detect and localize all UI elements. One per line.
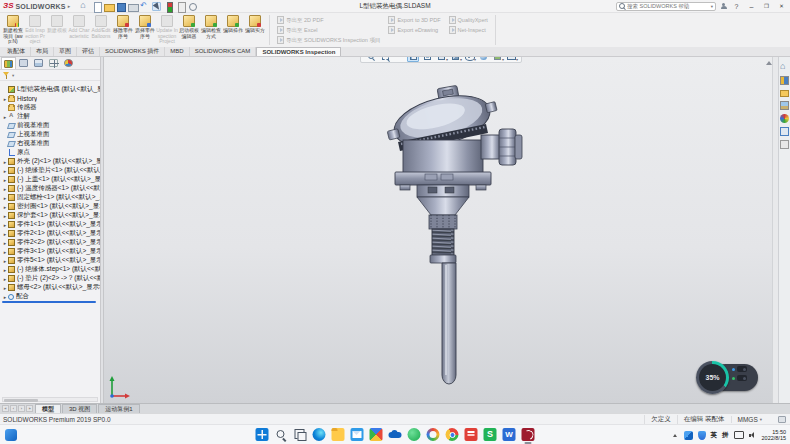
ribbon-button[interactable]: 编辑实方 bbox=[244, 14, 266, 46]
tree-item[interactable]: 零件5<1> (默认<<默认>_显示状态 bbox=[0, 256, 100, 265]
panel-tab[interactable] bbox=[61, 57, 76, 69]
filter-icon[interactable] bbox=[3, 72, 10, 79]
units-selector[interactable]: MMGS ▾ bbox=[731, 416, 769, 423]
ribbon-button[interactable]: 移除零件序号 bbox=[112, 14, 134, 46]
minimize-button[interactable] bbox=[746, 1, 757, 11]
panel-tab[interactable] bbox=[46, 57, 61, 69]
tree-item[interactable]: 固定螺栓<1> (默认<<默认>_显示 bbox=[0, 193, 100, 202]
ribbon-button[interactable]: 编辑操作 bbox=[222, 14, 244, 46]
tree-item[interactable]: 右视基准面 bbox=[0, 139, 100, 148]
taskbar-app-icon[interactable] bbox=[503, 428, 516, 441]
quick-access-icon[interactable] bbox=[80, 2, 89, 11]
tree-item[interactable]: 零件2<1> (默认<<默认>_显示状 bbox=[0, 229, 100, 238]
quick-access-icon[interactable] bbox=[140, 2, 149, 11]
help-button[interactable] bbox=[731, 1, 742, 11]
tree-item[interactable]: (-) 垫片 (2)<2> -> ? (默认<<默认> bbox=[0, 274, 100, 283]
taskbar-app-icon[interactable] bbox=[446, 428, 459, 441]
command-tab[interactable]: 装配体 bbox=[2, 47, 31, 56]
taskbar-app-icon[interactable] bbox=[408, 428, 421, 441]
viewport-scrollbar[interactable] bbox=[772, 57, 778, 403]
graphics-viewport[interactable]: 35% bbox=[104, 57, 778, 403]
login-icon[interactable] bbox=[720, 3, 727, 10]
task-pane-icon[interactable] bbox=[780, 90, 789, 97]
panel-tab[interactable] bbox=[1, 57, 16, 69]
prev-tab-icon[interactable]: ‹ bbox=[10, 405, 17, 412]
ribbon-button[interactable]: 新建检查项目 (awp:N) bbox=[2, 14, 24, 46]
ime-pinyin-indicator[interactable]: 拼 bbox=[722, 431, 729, 440]
display-cast-icon[interactable] bbox=[734, 431, 744, 439]
tree-item[interactable]: (-) 上盖<1> (默认<<默认>_显示状 bbox=[0, 175, 100, 184]
tree-item[interactable]: 零件1<1> (默认<<默认>_显示状态 bbox=[0, 220, 100, 229]
export-menu-item[interactable]: Net-Inspect bbox=[449, 26, 488, 34]
tag-icon[interactable] bbox=[778, 416, 786, 423]
quick-access-icon[interactable] bbox=[104, 2, 113, 11]
restore-button[interactable] bbox=[761, 1, 772, 11]
quick-access-icon[interactable] bbox=[116, 2, 125, 11]
recorder-dial[interactable]: 35% bbox=[696, 361, 729, 394]
last-tab-icon[interactable]: » bbox=[26, 405, 33, 412]
task-pane-icon[interactable] bbox=[780, 114, 789, 123]
command-tab[interactable]: 草图 bbox=[54, 47, 77, 56]
tree-item[interactable]: 密封圈<1> (默认<<默认>_显示状 bbox=[0, 202, 100, 211]
ribbon-button[interactable]: Add/Edit Balloons bbox=[90, 14, 112, 46]
next-tab-icon[interactable]: › bbox=[18, 405, 25, 412]
panel-tab[interactable] bbox=[16, 57, 31, 69]
tray-app-icon[interactable] bbox=[684, 431, 693, 440]
ribbon-button[interactable]: 选择零件序号 bbox=[134, 14, 156, 46]
clock[interactable]: 15:50 2022/8/15 bbox=[762, 429, 786, 442]
taskbar-app-icon[interactable] bbox=[370, 428, 383, 441]
ribbon-button[interactable]: Edit Inspection Project bbox=[24, 14, 46, 46]
tree-item[interactable]: 原点 bbox=[0, 148, 100, 157]
quick-access-icon[interactable] bbox=[164, 2, 173, 11]
command-tab[interactable]: SOLIDWORKS CAM bbox=[190, 47, 257, 56]
export-menu-item[interactable]: QualityXpert bbox=[449, 16, 488, 24]
search-dropdown-icon[interactable]: ▾ bbox=[711, 4, 713, 9]
command-tab[interactable]: SOLIDWORKS Inspection bbox=[256, 47, 341, 56]
export-menu-item[interactable]: Export eDrawing bbox=[388, 26, 440, 34]
export-menu-item[interactable]: Export to 3D PDF bbox=[388, 16, 440, 24]
taskbar-app-icon[interactable] bbox=[351, 428, 364, 441]
tree-item[interactable]: 螺母<2> (默认<<默认>_显示状态 bbox=[0, 283, 100, 292]
ime-language-indicator[interactable]: 英 bbox=[711, 431, 718, 440]
ribbon-button[interactable]: Update Inspection Project bbox=[156, 14, 178, 46]
tree-item[interactable]: L型铠装热电偶 (默认<默认_显示状态-1 bbox=[0, 85, 100, 94]
taskbar-app-icon[interactable] bbox=[389, 428, 402, 441]
task-pane-icon[interactable] bbox=[780, 140, 789, 149]
taskbar-app-icon[interactable] bbox=[313, 428, 326, 441]
ribbon-button[interactable]: 启动模板编辑器 bbox=[178, 14, 200, 46]
taskbar-app-icon[interactable] bbox=[427, 428, 440, 441]
tree-item[interactable]: 零件3<1> (默认<<默认>_显示状 bbox=[0, 247, 100, 256]
hidden-icons-chevron[interactable] bbox=[672, 432, 679, 439]
ribbon-button[interactable]: Add Characteristic bbox=[68, 14, 90, 46]
tree-item[interactable]: 传感器 bbox=[0, 103, 100, 112]
quick-access-icon[interactable] bbox=[92, 2, 101, 11]
quick-access-icon[interactable] bbox=[128, 2, 137, 11]
command-tab[interactable]: 评估 bbox=[77, 47, 100, 56]
export-menu-item[interactable]: 导出至 SOLIDWORKS Inspection 项目 bbox=[277, 36, 380, 44]
tree-item[interactable]: 前视基准面 bbox=[0, 121, 100, 130]
doc-tab[interactable]: 运动算例1 bbox=[98, 404, 139, 413]
first-tab-icon[interactable]: « bbox=[2, 405, 9, 412]
tree-item[interactable]: (-) 绝缘垫片<1> (默认<<默认>_显 bbox=[0, 166, 100, 175]
taskbar-app-icon[interactable] bbox=[275, 428, 288, 441]
doc-tab[interactable]: 3D 视图 bbox=[62, 404, 97, 413]
panel-horizontal-scrollbar[interactable] bbox=[2, 397, 98, 402]
command-tab[interactable]: SOLIDWORKS 插件 bbox=[100, 47, 165, 56]
tree-item[interactable]: 注解 bbox=[0, 112, 100, 121]
menu-expand-icon[interactable]: ▸ bbox=[68, 3, 71, 9]
taskbar-app-icon[interactable] bbox=[294, 428, 307, 441]
quick-access-icon[interactable] bbox=[188, 2, 197, 11]
tree-item[interactable]: (-) 绝缘体.step<1> (默认<<默认> bbox=[0, 265, 100, 274]
rollback-bar[interactable] bbox=[2, 301, 96, 303]
quick-access-icon[interactable] bbox=[152, 2, 161, 11]
taskbar-widget-icon[interactable] bbox=[5, 429, 17, 441]
recorder-button-row[interactable] bbox=[732, 366, 747, 372]
taskbar-app-icon[interactable] bbox=[522, 428, 535, 441]
export-menu-item[interactable]: 导出至 Excel bbox=[277, 26, 380, 34]
close-button[interactable] bbox=[776, 1, 787, 11]
task-pane-icon[interactable] bbox=[780, 76, 789, 85]
ribbon-button[interactable]: 编辑检查方式 bbox=[200, 14, 222, 46]
search-box[interactable]: ▾ bbox=[616, 2, 716, 11]
ribbon-button[interactable]: 新建模板 bbox=[46, 14, 68, 46]
tree-item[interactable]: 配合 bbox=[0, 292, 100, 301]
